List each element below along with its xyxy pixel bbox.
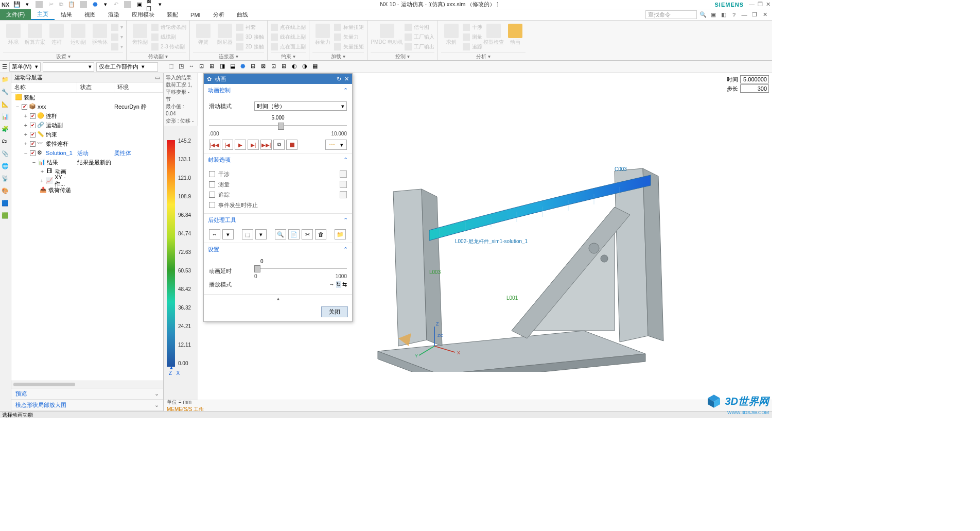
tb-i14[interactable]: ◑ — [302, 63, 310, 71]
col-name[interactable]: 名称 — [11, 82, 77, 92]
window-menu[interactable]: 窗口 — [146, 1, 153, 8]
post-i4[interactable]: 📄 — [288, 229, 300, 239]
dialog-reset-icon[interactable]: ↻ — [337, 76, 341, 82]
rb-i2[interactable]: 🔧 — [2, 89, 10, 97]
rb-min-icon[interactable]: — — [740, 11, 748, 19]
btn-solution[interactable]: 解算方案 — [25, 22, 45, 52]
prev-button[interactable]: |◀ — [222, 140, 233, 150]
tb-i8[interactable]: ⬣ — [240, 63, 249, 71]
rb-i3[interactable]: 📐 — [2, 101, 10, 109]
nav-close-icon[interactable]: ▭ — [155, 74, 160, 81]
chk-measure[interactable]: 测量 — [209, 179, 347, 190]
rb-nav-icon[interactable]: 📁 — [2, 76, 10, 84]
btn-solve[interactable]: 求解 — [441, 22, 462, 52]
dialog-close-icon[interactable]: ✕ — [344, 76, 349, 82]
setup-sub3[interactable]: ▾ — [111, 42, 123, 52]
rb-max-icon[interactable]: ❐ — [750, 11, 759, 19]
coupler-sub3[interactable]: 2-3 传动副 — [151, 42, 186, 52]
hud-step-input[interactable] — [740, 84, 769, 93]
ana-sub2[interactable]: 测量 — [463, 32, 482, 42]
load-sub2[interactable]: 矢量力 — [334, 32, 364, 42]
menu-icon[interactable]: ☰ — [2, 63, 7, 70]
cons-sub2[interactable]: 线在线上副 — [271, 32, 306, 42]
last-button[interactable]: ▶▶| — [260, 140, 272, 150]
tab-render[interactable]: 渲染 — [102, 9, 126, 20]
coupler-sub2[interactable]: 线缆副 — [151, 32, 186, 42]
tb-i11[interactable]: ⊡ — [271, 63, 279, 71]
chk-interference[interactable]: 干涉 — [209, 169, 347, 179]
btn-modelcheck[interactable]: 模型检查 — [483, 22, 504, 52]
tab-appmod[interactable]: 应用模块 — [126, 9, 161, 20]
load-sub3[interactable]: 矢量扭矩 — [334, 42, 364, 52]
menu-dropdown[interactable]: 菜单(M) ▾ — [9, 62, 41, 72]
qat-dd2-icon[interactable]: ▾ — [102, 1, 109, 8]
search-icon[interactable]: 🔍 — [699, 11, 707, 19]
rb-i6[interactable]: 🗂 — [2, 138, 10, 146]
load-sub1[interactable]: 标量扭矩 — [334, 23, 364, 32]
rb-b-icon[interactable]: ◧ — [720, 11, 728, 19]
qat-window-icon[interactable]: ▣ — [136, 1, 143, 8]
rb-i11[interactable]: 🟦 — [2, 200, 10, 208]
btn-damper[interactable]: 阻尼器 — [215, 22, 235, 52]
time-slider[interactable] — [209, 122, 347, 130]
btn-anim[interactable]: 动画 — [505, 22, 526, 52]
tb-i5[interactable]: ⊞ — [209, 63, 218, 71]
tab-results[interactable]: 结果 — [55, 9, 78, 20]
rb-i12[interactable]: 🟩 — [2, 212, 10, 220]
btn-sforce[interactable]: 标量力 — [312, 22, 333, 52]
btn-env[interactable]: 环境 — [3, 22, 24, 52]
stop-button[interactable] — [286, 140, 297, 150]
ctrl-sub2[interactable]: 工厂输入 — [405, 32, 434, 42]
post-i6[interactable]: 🗑 — [315, 229, 326, 239]
rb-i8[interactable]: 🌐 — [2, 163, 10, 171]
file-menu[interactable]: 文件(F) — [0, 9, 31, 20]
trace-opts[interactable] — [340, 191, 347, 198]
tab-pmi[interactable]: PMI — [184, 9, 207, 20]
nav-preview[interactable]: 预览⌄ — [11, 388, 163, 400]
sec-post-header[interactable]: 后处理工具⌃ — [204, 214, 352, 226]
tab-curve[interactable]: 曲线 — [231, 9, 254, 20]
close-button-dialog[interactable]: 关闭 — [321, 306, 348, 317]
tb-i13[interactable]: ◐ — [292, 63, 300, 71]
btn-spring[interactable]: 弹簧 — [193, 22, 214, 52]
filter-scope[interactable]: 仅在工作部件内▾ — [96, 62, 158, 72]
tb-i15[interactable]: ▦ — [312, 63, 321, 71]
post-i1[interactable]: ↔ — [209, 229, 220, 239]
qat-box-icon[interactable]: ⬣ — [92, 1, 99, 8]
setup-sub1[interactable]: ▾ — [111, 23, 123, 32]
dialog-titlebar[interactable]: ✿ 动画 ↻ ✕ — [204, 74, 352, 84]
post-i3[interactable]: 🔍 — [275, 229, 286, 239]
btn-driver[interactable]: 驱动体 — [90, 22, 110, 52]
sec-pack-header[interactable]: 封装选项⌃ — [204, 153, 352, 166]
tb-i12[interactable]: ⊞ — [282, 63, 290, 71]
measure-opts[interactable] — [340, 181, 347, 188]
play-button[interactable]: ▶ — [235, 140, 246, 150]
btn-gear[interactable]: 齿轮副 — [130, 22, 150, 52]
chk-stop-on-event[interactable]: 事件发生时停止 — [209, 200, 347, 210]
nav-hscroll[interactable] — [11, 381, 163, 388]
interference-opts[interactable] — [340, 170, 347, 178]
qat-dd3-icon[interactable]: ▾ — [156, 1, 164, 8]
cons-sub3[interactable]: 点在面上副 — [271, 42, 306, 52]
sec-anim-header[interactable]: 动画控制⌃ — [204, 84, 352, 96]
nav-modal[interactable]: 模态形状局部放大图⌄ — [11, 400, 163, 411]
ctrl-sub3[interactable]: 工厂输出 — [405, 42, 434, 52]
tab-assembly[interactable]: 装配 — [161, 9, 184, 20]
minimize-button[interactable]: — — [749, 1, 755, 8]
rb-a-icon[interactable]: ▣ — [709, 11, 717, 19]
tb-i4[interactable]: ⊡ — [199, 63, 207, 71]
playmode-loop[interactable]: ↻ — [336, 281, 341, 288]
tb-i3[interactable]: ↔ — [189, 63, 197, 71]
post-i7[interactable]: 📁 — [335, 229, 346, 239]
playmode-once[interactable]: → — [329, 281, 335, 288]
qat-dd-icon[interactable]: ▾ — [24, 1, 31, 8]
qat-copy-icon[interactable]: ⧉ — [58, 1, 65, 8]
btn-link[interactable]: 连杆 — [46, 22, 67, 52]
dialog-collapse-icon[interactable]: ▴ — [204, 295, 352, 302]
first-button[interactable]: |◀◀ — [209, 140, 220, 150]
ctrl-sub1[interactable]: 信号图 — [405, 23, 434, 32]
coupler-sub1[interactable]: 齿轮齿条副 — [151, 23, 186, 32]
post-i5[interactable]: ✂ — [302, 229, 313, 239]
tab-view[interactable]: 视图 — [78, 9, 102, 20]
slide-mode-select[interactable]: 时间（秒）▾ — [254, 101, 347, 111]
